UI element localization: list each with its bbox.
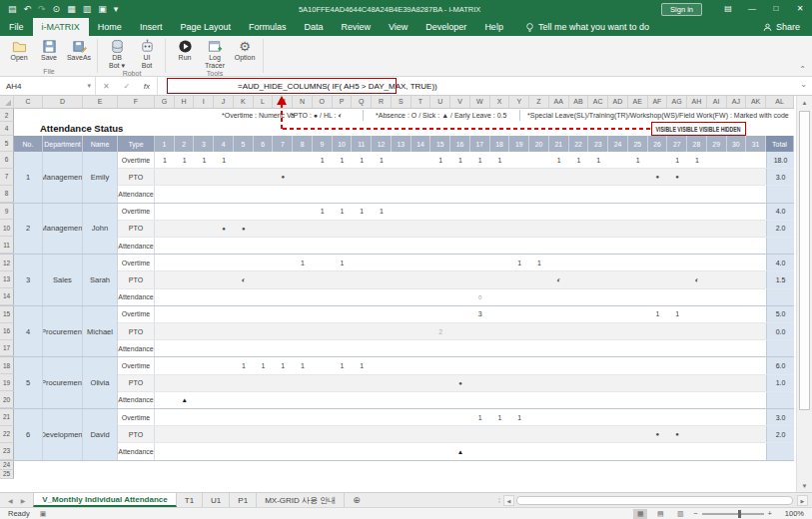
day-cell[interactable] [352,238,372,254]
day-cell[interactable] [273,306,293,322]
department-cell[interactable]: Management [43,204,83,255]
day-cell[interactable] [234,169,254,185]
day-cell[interactable] [746,340,766,356]
day-cell[interactable] [411,271,431,287]
day-cell[interactable] [411,169,431,185]
day-cell[interactable] [175,204,195,220]
day-cell[interactable] [746,409,766,425]
menu-tab-data[interactable]: Data [295,18,332,36]
day-cell[interactable] [214,426,234,442]
type-cell[interactable]: PTO [118,271,155,287]
header-cell-day-28[interactable]: 28 [687,136,707,152]
header-cell-day-4[interactable]: 4 [214,136,234,152]
day-cell[interactable] [273,221,293,237]
zoom-in-icon[interactable]: + [768,509,772,518]
day-cell[interactable] [155,238,175,254]
day-cell[interactable] [549,375,569,391]
header-cell-day-18[interactable]: 18 [490,136,510,152]
day-cell[interactable] [746,169,766,185]
sign-in-button[interactable]: Sign in [661,3,702,16]
day-cell[interactable]: 1 [313,152,333,168]
day-cell[interactable]: ◐ [549,271,569,287]
total-cell[interactable]: 18.0 [766,152,794,168]
day-cell[interactable] [687,323,707,339]
day-cell[interactable] [254,238,274,254]
day-cell[interactable] [628,186,648,202]
day-cell[interactable] [372,323,392,339]
day-cell[interactable] [372,340,392,356]
column-header-H[interactable]: H [175,96,195,108]
total-cell[interactable]: 1.0 [766,375,794,391]
day-cell[interactable]: 1 [352,152,372,168]
type-cell[interactable]: Overtime [118,306,155,322]
type-cell[interactable]: Overtime [118,152,155,168]
day-cell[interactable] [608,169,628,185]
day-cell[interactable] [273,289,293,305]
day-cell[interactable] [470,392,490,408]
day-cell[interactable] [667,323,687,339]
header-cell-name[interactable]: Name [83,136,118,152]
header-cell-day-10[interactable]: 10 [333,136,353,152]
day-cell[interactable] [430,443,450,459]
day-cell[interactable] [628,306,648,322]
ribbon-button-run[interactable]: Run [170,38,200,69]
day-cell[interactable] [411,392,431,408]
day-cell[interactable] [392,152,411,168]
day-cell[interactable]: 1 [333,357,353,373]
day-cell[interactable] [628,340,648,356]
column-header-M[interactable]: M [273,96,293,108]
column-header-W[interactable]: W [470,96,490,108]
day-cell[interactable] [470,255,490,270]
day-cell[interactable] [490,340,510,356]
day-cell[interactable] [234,426,254,442]
total-cell[interactable]: 2.0 [766,221,794,237]
day-cell[interactable] [667,271,687,287]
day-cell[interactable] [352,271,372,287]
day-cell[interactable] [430,392,450,408]
header-cell-day-13[interactable]: 13 [392,136,411,152]
total-cell[interactable]: 1.5 [766,271,794,287]
day-cell[interactable] [214,409,234,425]
day-cell[interactable]: 1 [234,357,254,373]
row-number[interactable]: 15 [0,306,14,323]
zoom-slider-thumb[interactable] [738,510,741,518]
day-cell[interactable] [313,392,333,408]
day-cell[interactable] [214,340,234,356]
day-cell[interactable] [746,186,766,202]
day-cell[interactable] [628,443,648,459]
day-cell[interactable] [392,375,411,391]
day-cell[interactable] [234,152,254,168]
day-cell[interactable]: 1 [293,357,313,373]
day-cell[interactable] [293,392,313,408]
day-cell[interactable] [727,152,747,168]
day-cell[interactable] [214,306,234,322]
day-cell[interactable] [667,204,687,220]
day-cell[interactable] [549,323,569,339]
day-cell[interactable] [293,443,313,459]
day-cell[interactable] [254,169,274,185]
day-cell[interactable] [411,443,431,459]
day-cell[interactable] [254,306,274,322]
day-cell[interactable] [727,340,747,356]
day-cell[interactable]: 1 [687,152,707,168]
day-cell[interactable] [569,392,589,408]
day-cell[interactable] [727,238,747,254]
day-cell[interactable] [155,426,175,442]
day-cell[interactable] [411,255,431,270]
day-cell[interactable] [667,221,687,237]
header-cell-day-29[interactable]: 29 [707,136,727,152]
day-cell[interactable] [234,392,254,408]
day-cell[interactable] [648,409,668,425]
day-cell[interactable] [313,186,333,202]
day-cell[interactable] [313,357,333,373]
day-cell[interactable] [450,186,470,202]
row-number[interactable]: 7 [0,169,14,186]
row-number[interactable]: 14 [0,288,14,305]
day-cell[interactable] [628,323,648,339]
table-icon[interactable]: ▦ [67,4,76,14]
day-cell[interactable] [549,426,569,442]
day-cell[interactable] [430,306,450,322]
zoom-slider[interactable] [702,513,764,515]
insert-function-icon[interactable]: fx [144,82,150,91]
day-cell[interactable] [352,289,372,305]
